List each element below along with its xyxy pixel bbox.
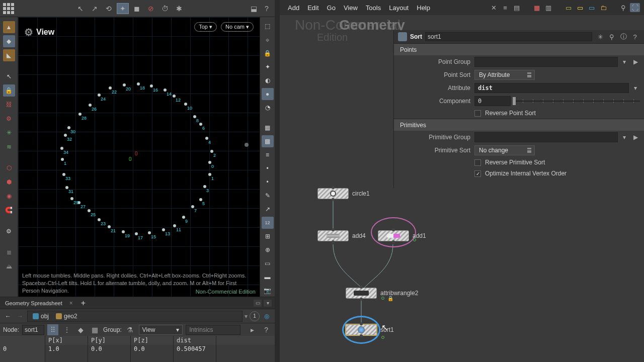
class-prims-icon[interactable]: ◆ xyxy=(75,324,87,335)
numbers-icon[interactable]: 12 xyxy=(262,217,274,229)
cursor-tool-icon[interactable]: ↖ xyxy=(74,3,87,14)
class-points-icon[interactable]: ⠿ xyxy=(47,324,58,335)
r4-icon[interactable]: ✦ xyxy=(262,61,274,73)
group-funnel-icon[interactable]: ⚗ xyxy=(125,324,136,335)
muscle-tool[interactable]: ≋ xyxy=(3,141,15,153)
view-tool[interactable]: ▲ xyxy=(3,21,15,33)
link-icon[interactable]: ◎ xyxy=(262,311,272,321)
point-group-jump-icon[interactable]: ▶ xyxy=(631,57,640,66)
viewport-3d[interactable]: ⚙ View Top ▾ No cam ▾ 0 0 34303228262422… xyxy=(18,17,260,297)
r18-icon[interactable]: ▭ xyxy=(262,257,274,269)
node-input[interactable] xyxy=(22,325,44,335)
intrinsics-dropdown[interactable]: Intrinsics xyxy=(186,325,240,335)
gear-tool[interactable]: ⚙ xyxy=(3,225,15,237)
close-tab-icon[interactable]: × xyxy=(67,300,75,307)
page-icon[interactable]: ▤ xyxy=(512,3,522,12)
reverse-prim-checkbox[interactable] xyxy=(474,159,481,166)
menu-add[interactable]: Add xyxy=(284,2,303,14)
param-info-icon[interactable]: ⓘ xyxy=(618,32,628,41)
pane-min-icon[interactable]: ▭ xyxy=(254,300,262,307)
spreadsheet-tab[interactable]: Geometry Spreadsheet xyxy=(3,299,64,308)
menu-tools[interactable]: Tools xyxy=(362,2,385,14)
bone-tool[interactable]: ⛓ xyxy=(3,99,15,111)
c-tool[interactable]: ◉ xyxy=(3,190,15,202)
r8-icon[interactable]: ▦ xyxy=(262,122,274,134)
node-add1[interactable]: add1 xyxy=(378,230,409,241)
col-dist[interactable]: dist xyxy=(174,336,216,345)
find-icon[interactable]: ⚲ xyxy=(618,3,628,12)
point-group-input[interactable] xyxy=(474,57,618,67)
r17-icon[interactable]: ⊕ xyxy=(262,244,274,256)
brush-tool[interactable]: ◣ xyxy=(3,49,15,61)
help-icon[interactable]: ? xyxy=(261,3,273,14)
param-search-icon[interactable]: ⚲ xyxy=(607,32,617,41)
menu-view[interactable]: View xyxy=(340,2,362,14)
view-dropdown[interactable]: View▾ xyxy=(139,325,183,335)
stack-tool[interactable]: ≣ xyxy=(3,246,15,258)
active-tool-icon[interactable]: ✦ xyxy=(117,3,129,14)
optimize-checkbox[interactable]: ✓ xyxy=(474,170,481,177)
menu-go[interactable]: Go xyxy=(323,2,340,14)
attribute-input[interactable] xyxy=(474,83,629,93)
param-help-icon[interactable]: ? xyxy=(630,32,640,41)
lock-tool[interactable]: 🔒 xyxy=(3,84,15,97)
prim-sort-dropdown[interactable]: No change xyxy=(474,145,535,155)
menu-help[interactable]: Help xyxy=(413,2,434,14)
color2-icon[interactable]: ▥ xyxy=(543,3,553,12)
a-tool[interactable]: ⬡ xyxy=(3,162,15,174)
node-circle1[interactable]: circle1 xyxy=(317,188,349,199)
nav-fwd-icon[interactable]: → xyxy=(15,311,25,321)
op-name-input[interactable] xyxy=(425,32,592,41)
table-row[interactable]: 01.00.00.00.500457 xyxy=(0,345,275,353)
r19-icon[interactable]: ▬ xyxy=(262,271,274,283)
menu-edit[interactable]: Edit xyxy=(303,2,323,14)
gear-icon[interactable]: ⚙ xyxy=(24,26,33,38)
prim-group-menu-icon[interactable]: ▾ xyxy=(620,133,629,142)
wrench-icon[interactable]: ✕ xyxy=(489,3,499,12)
camera-select-dropdown[interactable]: No cam ▾ xyxy=(221,22,254,32)
col-pz[interactable]: P[z] xyxy=(131,336,174,345)
r7-icon[interactable]: ◔ xyxy=(262,102,274,114)
folder-icon[interactable]: 🗀 xyxy=(598,3,608,12)
select-tool[interactable]: ◆ xyxy=(3,35,15,47)
translate-tool-icon[interactable]: ↗ xyxy=(89,3,101,14)
disable-tool-icon[interactable]: ⊘ xyxy=(145,3,157,14)
lock-icon[interactable]: 🔒 xyxy=(262,47,274,59)
camera-icon[interactable]: 📷 xyxy=(262,285,274,297)
breadcrumb[interactable]: obj geo2 xyxy=(27,311,243,322)
arrow-tool[interactable]: ↖ xyxy=(3,70,15,82)
r14-icon[interactable]: ↗ xyxy=(262,203,274,215)
point-group-menu-icon[interactable]: ▾ xyxy=(620,57,629,66)
pin-icon[interactable]: 1 xyxy=(250,311,260,321)
r2-icon[interactable]: ⟐ xyxy=(262,34,274,46)
joint-tool[interactable]: ✳ xyxy=(3,127,15,139)
col-px[interactable]: P[x] xyxy=(45,336,88,345)
play-icon[interactable]: ▸ xyxy=(247,324,258,335)
r5-icon[interactable]: ◐ xyxy=(262,74,274,86)
magnet-tool[interactable]: 🧲 xyxy=(3,204,15,216)
layout-toggle-icon[interactable]: ⬓ xyxy=(248,3,260,14)
r13-icon[interactable]: ✎ xyxy=(262,190,274,202)
section-points[interactable]: Points xyxy=(394,43,644,55)
color1-icon[interactable]: ▦ xyxy=(532,3,542,12)
r6-icon[interactable]: ● xyxy=(262,88,274,100)
note-icon[interactable]: ▭ xyxy=(564,3,574,12)
pane-max-icon[interactable]: ▾ xyxy=(264,300,272,307)
nav-back-icon[interactable]: ← xyxy=(3,311,13,321)
rotate-tool-icon[interactable]: ⟲ xyxy=(103,3,115,14)
sticky-icon[interactable]: ▭ xyxy=(575,3,585,12)
r16-icon[interactable]: ⊞ xyxy=(262,230,274,242)
col-py[interactable]: P[y] xyxy=(88,336,131,345)
terrain-tool[interactable]: ⛰ xyxy=(3,260,15,273)
extra-tool-icon[interactable]: ✱ xyxy=(173,3,185,14)
r1-icon[interactable]: ⬚ xyxy=(262,20,274,32)
apps-button[interactable] xyxy=(3,3,14,14)
b-tool[interactable]: ⬢ xyxy=(3,176,15,188)
param-gear-icon[interactable]: ✳ xyxy=(595,32,605,41)
node-add4[interactable]: add4 xyxy=(317,230,349,241)
node-sort1[interactable]: sort1 xyxy=(346,324,377,335)
r11-icon[interactable]: • xyxy=(262,162,274,174)
component-input[interactable] xyxy=(474,96,511,106)
help-icon[interactable]: ? xyxy=(261,324,272,335)
reset-tool-icon[interactable]: ⏱ xyxy=(159,3,171,14)
